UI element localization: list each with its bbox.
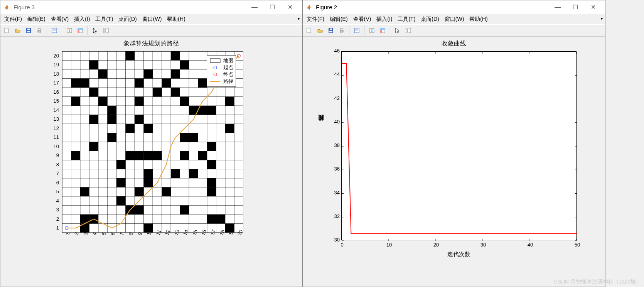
x-tick: 50 <box>573 242 582 248</box>
menu-view[interactable]: 查看(V) <box>51 16 69 23</box>
menu-help[interactable]: 帮助(H) <box>469 16 487 23</box>
close-button[interactable]: ✕ <box>584 2 602 13</box>
y-tick: 7 <box>47 171 59 176</box>
y-tick: 11 <box>47 134 59 140</box>
svg-rect-55 <box>126 124 135 133</box>
pointer-button[interactable] <box>393 25 403 35</box>
print-preview-button[interactable] <box>352 25 362 35</box>
svg-rect-46 <box>144 151 153 160</box>
x-tick: 30 <box>479 242 488 248</box>
svg-rect-28 <box>135 206 144 215</box>
svg-rect-34 <box>207 187 216 197</box>
menu-insert[interactable]: 插入(I) <box>74 16 90 23</box>
open-button[interactable] <box>315 25 325 35</box>
svg-rect-42 <box>207 160 216 169</box>
svg-rect-44 <box>126 151 135 160</box>
svg-rect-3 <box>27 31 30 32</box>
svg-rect-137 <box>330 29 332 30</box>
menubar-fig3: 文件(F) 编辑(E) 查看(V) 插入(I) 工具(T) 桌面(D) 窗口(W… <box>0 14 302 24</box>
new-figure-button[interactable] <box>2 25 12 35</box>
menu-view[interactable]: 查看(V) <box>353 16 371 23</box>
save-button[interactable] <box>24 25 34 35</box>
chart-title-fig3: 象群算法规划的路径 <box>0 40 302 48</box>
svg-rect-73 <box>71 79 81 88</box>
close-button[interactable]: ✕ <box>281 2 299 13</box>
link-button[interactable] <box>367 25 377 35</box>
y-tick: 16 <box>47 89 59 95</box>
convergence-svg <box>342 52 577 241</box>
save-button[interactable] <box>326 25 336 35</box>
menu-tools[interactable]: 工具(T) <box>398 16 415 23</box>
svg-rect-57 <box>225 124 234 133</box>
y-tick: 18 <box>47 71 59 77</box>
svg-rect-39 <box>171 169 180 179</box>
y-tick: 8 <box>47 162 59 167</box>
y-tick: 9 <box>47 152 59 158</box>
maximize-button[interactable]: ☐ <box>263 2 281 13</box>
x-tick: 10 <box>384 242 394 248</box>
menu-desktop[interactable]: 桌面(D) <box>421 16 439 23</box>
colorbar-button[interactable] <box>75 25 85 35</box>
svg-rect-69 <box>225 97 234 106</box>
print-button[interactable] <box>34 25 44 35</box>
svg-rect-52 <box>108 133 117 142</box>
y-tick: 2 <box>47 216 59 222</box>
svg-rect-25 <box>207 214 216 224</box>
menu-help[interactable]: 帮助(H) <box>167 16 185 23</box>
svg-rect-143 <box>369 29 371 32</box>
svg-rect-11 <box>70 29 72 32</box>
y-tick: 46 <box>330 48 340 54</box>
figure-2-window: Figure 2 — ☐ ✕ 文件(F) 编辑(E) 查看(V) 插入(I) 工… <box>302 0 605 287</box>
svg-rect-45 <box>135 151 144 160</box>
menu-edit[interactable]: 编辑(E) <box>27 16 46 23</box>
new-figure-button[interactable] <box>304 25 314 35</box>
titlebar-fig2[interactable]: Figure 2 — ☐ ✕ <box>303 0 605 14</box>
y-tick: 4 <box>47 198 59 204</box>
minimize-button[interactable]: — <box>246 2 263 13</box>
legend-fig3[interactable]: 地图 起点 终点 路径 <box>207 55 236 87</box>
svg-rect-6 <box>38 29 40 30</box>
pointer-button[interactable] <box>90 25 100 35</box>
svg-rect-74 <box>80 79 89 88</box>
minimize-button[interactable]: — <box>549 2 566 13</box>
toolbar-fig2 <box>303 24 605 37</box>
menu-edit[interactable]: 编辑(E) <box>330 16 348 23</box>
menu-window[interactable]: 窗口(W) <box>445 16 464 23</box>
open-button[interactable] <box>13 25 23 35</box>
svg-rect-43 <box>71 151 81 160</box>
chart-title-fig2: 收敛曲线 <box>303 40 605 48</box>
menu-window[interactable]: 窗口(W) <box>142 16 162 23</box>
menu-tools[interactable]: 工具(T) <box>95 16 113 23</box>
menubar-fig2: 文件(F) 编辑(E) 查看(V) 插入(I) 工具(T) 桌面(D) 窗口(W… <box>303 14 605 24</box>
svg-rect-82 <box>180 61 189 70</box>
insert-legend-button[interactable] <box>101 25 111 35</box>
titlebar-fig3[interactable]: Figure 3 — ☐ ✕ <box>0 0 302 14</box>
y-tick: 6 <box>47 180 59 186</box>
menu-desktop[interactable]: 桌面(D) <box>118 16 137 23</box>
svg-rect-68 <box>180 97 189 106</box>
menu-overflow-icon[interactable]: ▾ <box>601 17 603 21</box>
svg-rect-33 <box>162 187 171 197</box>
y-tick: 5 <box>47 189 59 194</box>
matlab-logo-icon <box>306 4 313 11</box>
menu-overflow-icon[interactable]: ▾ <box>298 17 300 21</box>
svg-rect-29 <box>180 206 189 215</box>
print-preview-button[interactable] <box>49 25 59 35</box>
menu-file[interactable]: 文件(F) <box>4 16 22 23</box>
svg-rect-26 <box>216 214 226 224</box>
link-button[interactable] <box>64 25 74 35</box>
y-tick: 42 <box>330 95 340 101</box>
print-button[interactable] <box>337 25 347 35</box>
svg-rect-54 <box>189 133 198 142</box>
svg-rect-79 <box>144 69 153 79</box>
colorbar-button[interactable] <box>378 25 388 35</box>
svg-rect-41 <box>116 160 126 169</box>
svg-rect-64 <box>207 106 216 115</box>
svg-rect-56 <box>144 124 153 133</box>
insert-legend-button[interactable] <box>403 25 413 35</box>
menu-file[interactable]: 文件(F) <box>307 16 324 23</box>
maximize-button[interactable]: ☐ <box>566 2 584 13</box>
svg-rect-140 <box>341 31 343 33</box>
menu-insert[interactable]: 插入(I) <box>376 16 392 23</box>
y-tick: 1 <box>47 225 59 231</box>
